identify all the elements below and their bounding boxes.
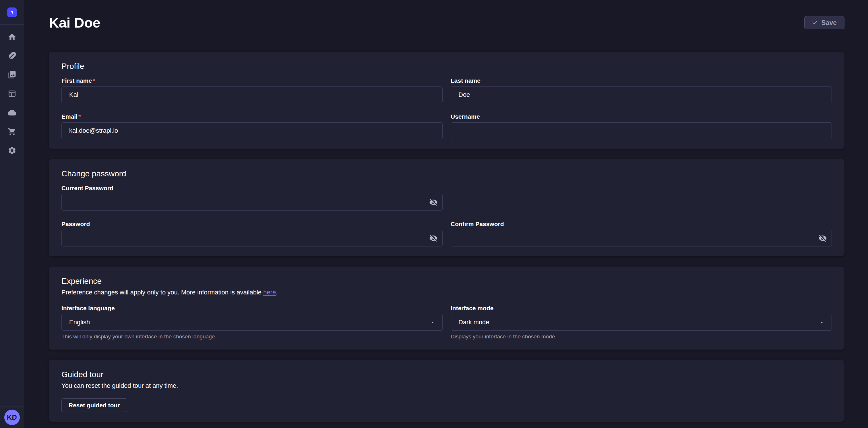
sidebar-item-deploy[interactable] xyxy=(4,105,20,121)
toggle-confirm-password-visibility-button[interactable] xyxy=(816,232,830,245)
sidebar-nav xyxy=(0,25,24,160)
password-label: Password xyxy=(61,221,443,227)
toggle-password-visibility-button[interactable] xyxy=(427,232,440,245)
more-info-link[interactable]: here xyxy=(263,289,276,296)
eye-slash-icon xyxy=(429,234,438,242)
email-label: Email* xyxy=(61,113,443,120)
change-password-section-title: Change password xyxy=(61,169,832,179)
guided-tour-section-title: Guided tour xyxy=(61,370,832,379)
media-library-icon xyxy=(8,70,17,79)
interface-language-select[interactable]: English xyxy=(61,314,443,331)
page-title: Kai Doe xyxy=(49,15,100,31)
layout-icon xyxy=(8,89,17,98)
last-name-field-group: Last name xyxy=(451,78,832,103)
save-button-label: Save xyxy=(821,19,837,27)
current-password-field-group: Current Password xyxy=(61,185,443,210)
reset-guided-tour-button[interactable]: Reset guided tour xyxy=(61,398,127,412)
interface-language-label: Interface language xyxy=(61,305,443,311)
sidebar-item-marketplace[interactable] xyxy=(4,123,20,140)
main-content: Kai Doe Save Profile First name* Last na… xyxy=(24,0,868,428)
first-name-label: First name* xyxy=(61,78,443,84)
interface-mode-select[interactable]: Dark mode xyxy=(451,314,832,331)
cloud-icon xyxy=(8,108,17,117)
page-header: Kai Doe Save xyxy=(49,0,844,52)
current-password-label: Current Password xyxy=(61,185,443,191)
chevron-down-icon xyxy=(818,319,825,326)
experience-card: Experience Preference changes will apply… xyxy=(49,266,844,349)
password-field-group: Password xyxy=(61,221,443,247)
strapi-logo-icon[interactable] xyxy=(7,7,17,17)
sidebar: KD xyxy=(0,0,24,428)
sidebar-footer: KD xyxy=(0,406,24,428)
username-input[interactable] xyxy=(451,122,832,139)
sidebar-item-content-type-builder[interactable] xyxy=(4,86,20,102)
guided-tour-description: You can reset the guided tour at any tim… xyxy=(61,382,832,390)
last-name-input[interactable] xyxy=(451,86,832,103)
eye-slash-icon xyxy=(429,198,438,206)
required-asterisk: * xyxy=(93,77,95,84)
interface-mode-value: Dark mode xyxy=(458,319,489,326)
settings-icon xyxy=(8,146,17,155)
email-field-group: Email* xyxy=(61,113,443,139)
first-name-field-group: First name* xyxy=(61,78,443,103)
interface-language-value: English xyxy=(69,319,90,326)
sidebar-item-settings[interactable] xyxy=(4,142,20,159)
change-password-card: Change password Current Password xyxy=(49,159,844,256)
confirm-password-input[interactable] xyxy=(451,230,832,247)
interface-language-field-group: Interface language English This will onl… xyxy=(61,305,443,340)
current-password-input[interactable] xyxy=(61,194,443,210)
confirm-password-label: Confirm Password xyxy=(451,221,832,227)
email-input[interactable] xyxy=(61,122,443,139)
interface-mode-label: Interface mode xyxy=(451,305,832,311)
sidebar-item-media-library[interactable] xyxy=(4,67,20,83)
interface-mode-hint: Displays your interface in the chosen mo… xyxy=(451,334,832,340)
sidebar-item-content-manager[interactable] xyxy=(4,48,20,64)
username-label: Username xyxy=(451,113,832,120)
interface-language-hint: This will only display your own interfac… xyxy=(61,334,443,340)
experience-section-title: Experience xyxy=(61,276,832,286)
logo-section xyxy=(0,0,24,25)
confirm-password-field-group: Confirm Password xyxy=(451,221,832,247)
sidebar-item-home[interactable] xyxy=(4,29,20,45)
avatar[interactable]: KD xyxy=(4,409,20,425)
save-button[interactable]: Save xyxy=(804,16,844,29)
profile-section-title: Profile xyxy=(61,61,832,71)
interface-mode-field-group: Interface mode Dark mode Displays your i… xyxy=(451,305,832,340)
username-field-group: Username xyxy=(451,113,832,139)
guided-tour-card: Guided tour You can reset the guided tou… xyxy=(49,360,844,422)
required-asterisk: * xyxy=(79,113,81,120)
feather-icon xyxy=(8,51,17,60)
eye-slash-icon xyxy=(818,234,827,242)
password-input[interactable] xyxy=(61,230,443,247)
grid-spacer xyxy=(451,185,832,210)
experience-description: Preference changes will apply only to yo… xyxy=(61,288,832,296)
chevron-down-icon xyxy=(429,319,436,326)
home-icon xyxy=(8,32,17,41)
last-name-label: Last name xyxy=(451,78,832,84)
toggle-current-password-visibility-button[interactable] xyxy=(427,196,440,208)
cart-icon xyxy=(8,127,17,136)
check-icon xyxy=(812,20,818,26)
first-name-input[interactable] xyxy=(61,86,443,103)
profile-card: Profile First name* Last name Email* xyxy=(49,52,844,149)
